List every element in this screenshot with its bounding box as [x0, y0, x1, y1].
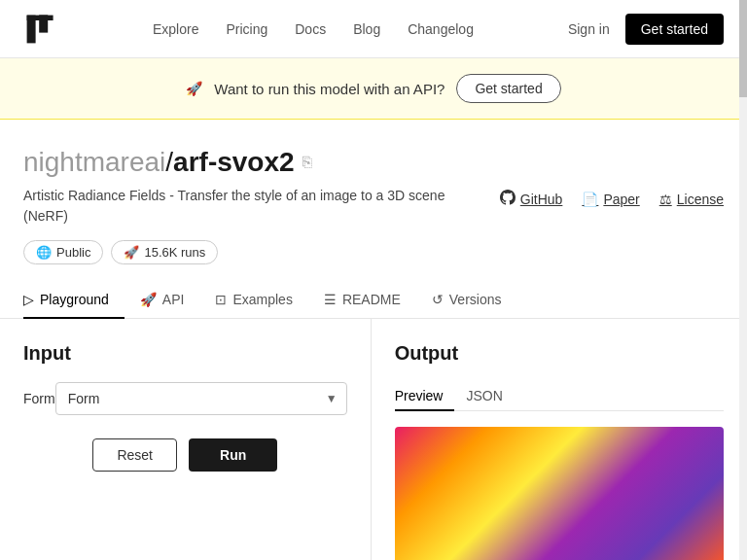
navbar: Explore Pricing Docs Blog Changelog Sign… — [0, 0, 747, 58]
versions-icon: ↺ — [432, 292, 444, 307]
tab-readme-label: README — [342, 292, 401, 307]
tab-api[interactable]: 🚀 API — [124, 282, 200, 319]
model-badges: 🌐 Public 🚀 15.6K runs — [23, 240, 500, 264]
output-panel: Output Preview JSON — [372, 319, 747, 560]
banner-emoji: 🚀 — [186, 81, 202, 96]
api-banner: 🚀 Want to run this model with an API? Ge… — [0, 58, 747, 120]
readme-icon: ☰ — [324, 292, 337, 307]
model-name[interactable]: arf-svox2 — [173, 147, 295, 177]
license-link-label: License — [677, 192, 724, 207]
nav-changelog[interactable]: Changelog — [408, 21, 474, 37]
input-panel-title: Input — [23, 342, 347, 365]
model-header-left: Artistic Radiance Fields - Transfer the … — [23, 186, 500, 264]
github-icon — [500, 190, 516, 208]
badge-public-label: Public — [56, 245, 90, 260]
model-title: nightmareai/arf-svox2 — [23, 147, 295, 178]
badge-runs: 🚀 15.6K runs — [111, 240, 218, 264]
badge-runs-label: 15.6K runs — [144, 245, 205, 260]
navbar-actions: Sign in Get started — [568, 14, 724, 45]
main-tabs: ▷ Playground 🚀 API ⊡ Examples ☰ README ↺… — [0, 282, 747, 319]
output-tab-json[interactable]: JSON — [454, 382, 514, 411]
reset-button[interactable]: Reset — [92, 438, 177, 472]
globe-icon: 🌐 — [36, 245, 52, 260]
tab-examples-label: Examples — [232, 292, 292, 307]
paper-icon: 📄 — [582, 192, 598, 207]
model-header-columns: Artistic Radiance Fields - Transfer the … — [23, 186, 724, 264]
get-started-nav-button[interactable]: Get started — [625, 14, 724, 45]
nav-pricing[interactable]: Pricing — [226, 21, 267, 37]
input-panel: Input Form Form ▼ Reset Run — [0, 319, 372, 560]
output-panel-title: Output — [395, 342, 724, 365]
svg-rect-3 — [39, 15, 53, 19]
license-link[interactable]: ⚖ License — [659, 192, 724, 207]
nav-explore[interactable]: Explore — [153, 21, 198, 37]
output-tab-preview[interactable]: Preview — [395, 382, 455, 411]
tab-versions[interactable]: ↺ Versions — [416, 282, 517, 319]
logo-icon — [23, 12, 58, 47]
output-tabs: Preview JSON — [395, 382, 724, 411]
run-button[interactable]: Run — [189, 438, 277, 472]
model-title-row: nightmareai/arf-svox2 ⎘ — [23, 147, 724, 178]
model-links: GitHub 📄 Paper ⚖ License — [500, 186, 724, 208]
rocket-icon: 🚀 — [124, 245, 139, 260]
main-content: Input Form Form ▼ Reset Run Output Previ… — [0, 319, 747, 560]
license-icon: ⚖ — [659, 192, 672, 207]
tab-examples[interactable]: ⊡ Examples — [199, 282, 307, 319]
nav-docs[interactable]: Docs — [295, 21, 326, 37]
tab-versions-label: Versions — [449, 292, 502, 307]
examples-icon: ⊡ — [215, 292, 227, 307]
form-select-wrapper: Form ▼ — [55, 382, 347, 415]
nav-blog[interactable]: Blog — [353, 21, 380, 37]
banner-text: Want to run this model with an API? — [214, 81, 445, 97]
banner-cta-button[interactable]: Get started — [456, 74, 560, 103]
logo[interactable] — [23, 12, 58, 47]
tab-playground-label: Playground — [40, 292, 109, 307]
scrollbar-track[interactable] — [739, 0, 747, 560]
github-link[interactable]: GitHub — [500, 190, 563, 208]
github-link-label: GitHub — [520, 192, 563, 207]
play-icon: ▷ — [23, 292, 34, 307]
paper-link[interactable]: 📄 Paper — [582, 192, 639, 207]
copy-icon[interactable]: ⎘ — [302, 154, 312, 171]
tab-api-label: API — [162, 292, 185, 307]
form-actions: Reset Run — [23, 438, 347, 472]
signin-button[interactable]: Sign in — [568, 21, 610, 37]
model-header: nightmareai/arf-svox2 ⎘ Artistic Radianc… — [0, 120, 747, 264]
tab-playground[interactable]: ▷ Playground — [23, 282, 124, 319]
model-owner[interactable]: nightmareai — [23, 147, 165, 177]
paper-link-label: Paper — [603, 192, 639, 207]
navbar-links: Explore Pricing Docs Blog Changelog — [153, 21, 474, 37]
output-image — [395, 427, 724, 560]
api-icon: 🚀 — [140, 292, 157, 307]
tab-readme[interactable]: ☰ README — [308, 282, 416, 319]
form-label: Form — [23, 391, 55, 406]
form-row: Form Form ▼ — [23, 382, 347, 415]
model-description: Artistic Radiance Fields - Transfer the … — [23, 186, 451, 227]
scrollbar-thumb[interactable] — [739, 0, 747, 97]
form-select[interactable]: Form — [55, 382, 347, 415]
output-image-gradient — [395, 427, 724, 560]
badge-public: 🌐 Public — [23, 240, 103, 264]
